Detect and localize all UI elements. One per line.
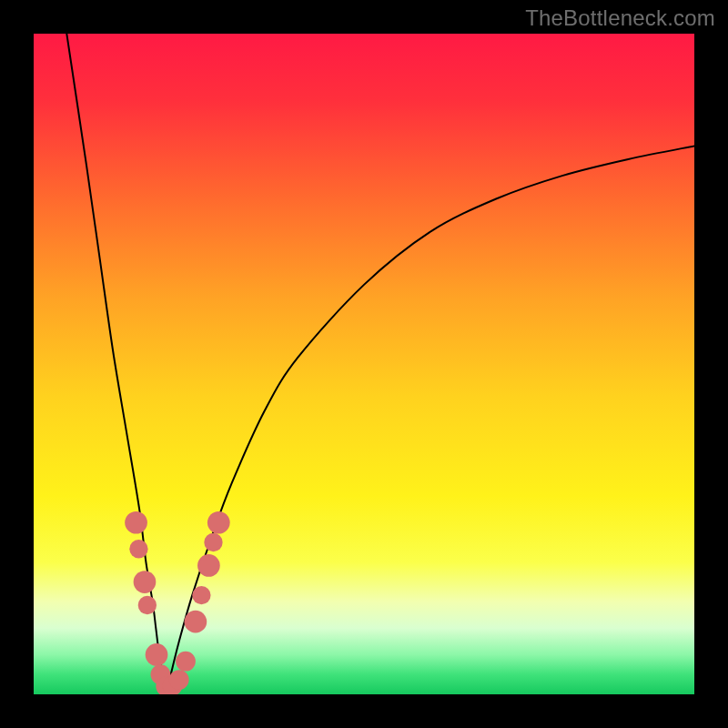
plot-background: [34, 34, 694, 694]
data-marker: [125, 511, 147, 534]
data-marker: [138, 596, 157, 614]
data-marker: [207, 511, 230, 534]
data-marker: [146, 643, 168, 666]
data-marker: [204, 533, 222, 551]
data-marker: [176, 652, 196, 672]
data-marker: [134, 571, 157, 593]
data-marker: [192, 586, 210, 604]
data-marker: [169, 670, 189, 690]
data-marker: [185, 611, 207, 633]
data-marker: [197, 554, 220, 577]
data-marker: [129, 540, 147, 558]
chart-svg: [0, 0, 728, 728]
watermark-text: TheBottleneck.com: [525, 5, 715, 31]
chart-frame: TheBottleneck.com: [0, 0, 728, 728]
